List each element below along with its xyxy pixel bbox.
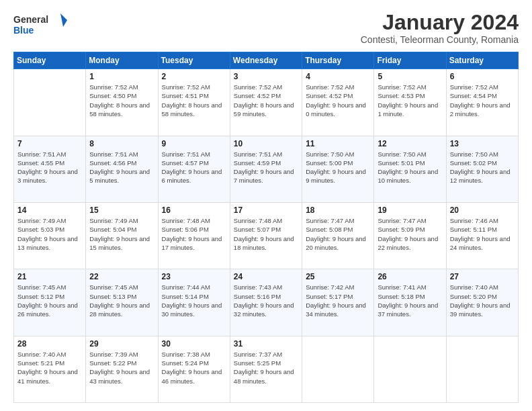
weekday-friday: Friday — [374, 52, 446, 69]
day-number: 19 — [378, 205, 442, 215]
day-info: Sunrise: 7:52 AM Sunset: 4:50 PM Dayligh… — [89, 83, 154, 118]
day-number: 11 — [306, 139, 370, 148]
day-info: Sunrise: 7:43 AM Sunset: 5:16 PM Dayligh… — [234, 283, 298, 318]
day-info: Sunrise: 7:51 AM Sunset: 4:56 PM Dayligh… — [89, 150, 154, 185]
day-info: Sunrise: 7:49 AM Sunset: 5:03 PM Dayligh… — [17, 216, 82, 252]
calendar-cell: 6Sunrise: 7:52 AM Sunset: 4:54 PM Daylig… — [446, 69, 518, 136]
day-number: 22 — [89, 272, 154, 281]
weekday-saturday: Saturday — [446, 52, 518, 69]
calendar-cell: 4Sunrise: 7:52 AM Sunset: 4:52 PM Daylig… — [302, 69, 374, 136]
day-number: 25 — [306, 272, 370, 281]
day-number: 21 — [17, 272, 82, 281]
calendar-cell — [446, 336, 518, 402]
calendar-cell: 10Sunrise: 7:51 AM Sunset: 4:59 PM Dayli… — [230, 136, 302, 202]
subtitle: Contesti, Teleorman County, Romania — [361, 34, 519, 45]
day-number: 14 — [17, 205, 82, 215]
calendar-cell: 28Sunrise: 7:40 AM Sunset: 5:21 PM Dayli… — [14, 336, 86, 402]
week-row-5: 28Sunrise: 7:40 AM Sunset: 5:21 PM Dayli… — [14, 336, 519, 402]
month-title: January 2024 — [361, 11, 519, 34]
calendar-cell: 2Sunrise: 7:52 AM Sunset: 4:51 PM Daylig… — [158, 69, 230, 136]
weekday-monday: Monday — [86, 52, 158, 69]
day-info: Sunrise: 7:52 AM Sunset: 4:52 PM Dayligh… — [306, 83, 370, 118]
day-number: 30 — [162, 339, 226, 349]
calendar-cell: 16Sunrise: 7:48 AM Sunset: 5:06 PM Dayli… — [158, 202, 230, 269]
calendar-cell: 30Sunrise: 7:38 AM Sunset: 5:24 PM Dayli… — [158, 336, 230, 402]
day-info: Sunrise: 7:52 AM Sunset: 4:51 PM Dayligh… — [162, 83, 226, 118]
day-info: Sunrise: 7:46 AM Sunset: 5:11 PM Dayligh… — [450, 216, 515, 252]
logo-svg: General Blue — [13, 11, 67, 40]
day-info: Sunrise: 7:41 AM Sunset: 5:18 PM Dayligh… — [378, 283, 442, 318]
svg-marker-2 — [60, 13, 67, 27]
week-row-3: 14Sunrise: 7:49 AM Sunset: 5:03 PM Dayli… — [14, 202, 519, 269]
day-number: 13 — [450, 139, 515, 148]
day-info: Sunrise: 7:47 AM Sunset: 5:08 PM Dayligh… — [306, 216, 370, 252]
day-number: 9 — [162, 139, 226, 148]
week-row-2: 7Sunrise: 7:51 AM Sunset: 4:55 PM Daylig… — [14, 136, 519, 202]
day-info: Sunrise: 7:52 AM Sunset: 4:54 PM Dayligh… — [450, 83, 515, 118]
day-info: Sunrise: 7:49 AM Sunset: 5:04 PM Dayligh… — [89, 216, 154, 252]
weekday-header-row: SundayMondayTuesdayWednesdayThursdayFrid… — [14, 52, 519, 69]
day-info: Sunrise: 7:50 AM Sunset: 5:02 PM Dayligh… — [450, 150, 515, 185]
day-info: Sunrise: 7:45 AM Sunset: 5:13 PM Dayligh… — [89, 283, 154, 318]
day-info: Sunrise: 7:48 AM Sunset: 5:07 PM Dayligh… — [234, 216, 298, 252]
weekday-tuesday: Tuesday — [158, 52, 230, 69]
calendar-cell: 24Sunrise: 7:43 AM Sunset: 5:16 PM Dayli… — [230, 269, 302, 336]
day-number: 29 — [89, 339, 154, 349]
day-number: 26 — [378, 272, 442, 281]
day-number: 31 — [234, 339, 298, 349]
day-number: 28 — [17, 339, 82, 349]
day-number: 16 — [162, 205, 226, 215]
calendar-cell: 5Sunrise: 7:52 AM Sunset: 4:53 PM Daylig… — [374, 69, 446, 136]
day-number: 23 — [162, 272, 226, 281]
calendar-cell: 13Sunrise: 7:50 AM Sunset: 5:02 PM Dayli… — [446, 136, 518, 202]
day-info: Sunrise: 7:51 AM Sunset: 4:59 PM Dayligh… — [234, 150, 298, 185]
day-info: Sunrise: 7:44 AM Sunset: 5:14 PM Dayligh… — [162, 283, 226, 318]
calendar-cell: 26Sunrise: 7:41 AM Sunset: 5:18 PM Dayli… — [374, 269, 446, 336]
day-info: Sunrise: 7:50 AM Sunset: 5:01 PM Dayligh… — [378, 150, 442, 185]
header: General Blue January 2024 Contesti, Tele… — [13, 11, 519, 45]
calendar-cell: 20Sunrise: 7:46 AM Sunset: 5:11 PM Dayli… — [446, 202, 518, 269]
page: General Blue January 2024 Contesti, Tele… — [0, 0, 532, 411]
day-info: Sunrise: 7:52 AM Sunset: 4:52 PM Dayligh… — [234, 83, 298, 118]
day-info: Sunrise: 7:45 AM Sunset: 5:12 PM Dayligh… — [17, 283, 82, 318]
day-number: 3 — [234, 72, 298, 81]
day-info: Sunrise: 7:40 AM Sunset: 5:20 PM Dayligh… — [450, 283, 515, 318]
calendar-cell: 11Sunrise: 7:50 AM Sunset: 5:00 PM Dayli… — [302, 136, 374, 202]
day-info: Sunrise: 7:51 AM Sunset: 4:55 PM Dayligh… — [17, 150, 82, 185]
calendar-cell: 9Sunrise: 7:51 AM Sunset: 4:57 PM Daylig… — [158, 136, 230, 202]
calendar-cell: 22Sunrise: 7:45 AM Sunset: 5:13 PM Dayli… — [86, 269, 158, 336]
calendar-cell: 1Sunrise: 7:52 AM Sunset: 4:50 PM Daylig… — [86, 69, 158, 136]
day-info: Sunrise: 7:48 AM Sunset: 5:06 PM Dayligh… — [162, 216, 226, 252]
svg-text:Blue: Blue — [13, 25, 34, 36]
day-number: 4 — [306, 72, 370, 81]
calendar-cell: 14Sunrise: 7:49 AM Sunset: 5:03 PM Dayli… — [14, 202, 86, 269]
calendar-cell: 21Sunrise: 7:45 AM Sunset: 5:12 PM Dayli… — [14, 269, 86, 336]
calendar-cell — [302, 336, 374, 402]
calendar-cell: 29Sunrise: 7:39 AM Sunset: 5:22 PM Dayli… — [86, 336, 158, 402]
day-number: 2 — [162, 72, 226, 81]
calendar-cell: 7Sunrise: 7:51 AM Sunset: 4:55 PM Daylig… — [14, 136, 86, 202]
day-number: 7 — [17, 139, 82, 148]
calendar-cell: 18Sunrise: 7:47 AM Sunset: 5:08 PM Dayli… — [302, 202, 374, 269]
calendar-cell: 19Sunrise: 7:47 AM Sunset: 5:09 PM Dayli… — [374, 202, 446, 269]
calendar-cell — [14, 69, 86, 136]
calendar-cell: 8Sunrise: 7:51 AM Sunset: 4:56 PM Daylig… — [86, 136, 158, 202]
day-number: 5 — [378, 72, 442, 81]
calendar-table: SundayMondayTuesdayWednesdayThursdayFrid… — [13, 52, 519, 403]
day-number: 6 — [450, 72, 515, 81]
day-number: 20 — [450, 205, 515, 215]
calendar-cell: 17Sunrise: 7:48 AM Sunset: 5:07 PM Dayli… — [230, 202, 302, 269]
calendar-cell: 31Sunrise: 7:37 AM Sunset: 5:25 PM Dayli… — [230, 336, 302, 402]
weekday-sunday: Sunday — [14, 52, 86, 69]
svg-text:General: General — [13, 14, 48, 25]
day-number: 10 — [234, 139, 298, 148]
calendar-cell: 27Sunrise: 7:40 AM Sunset: 5:20 PM Dayli… — [446, 269, 518, 336]
title-block: January 2024 Contesti, Teleorman County,… — [361, 11, 519, 45]
day-info: Sunrise: 7:47 AM Sunset: 5:09 PM Dayligh… — [378, 216, 442, 252]
day-number: 8 — [89, 139, 154, 148]
day-info: Sunrise: 7:37 AM Sunset: 5:25 PM Dayligh… — [234, 350, 298, 385]
weekday-thursday: Thursday — [302, 52, 374, 69]
day-info: Sunrise: 7:40 AM Sunset: 5:21 PM Dayligh… — [17, 350, 82, 385]
calendar-cell — [374, 336, 446, 402]
day-number: 18 — [306, 205, 370, 215]
